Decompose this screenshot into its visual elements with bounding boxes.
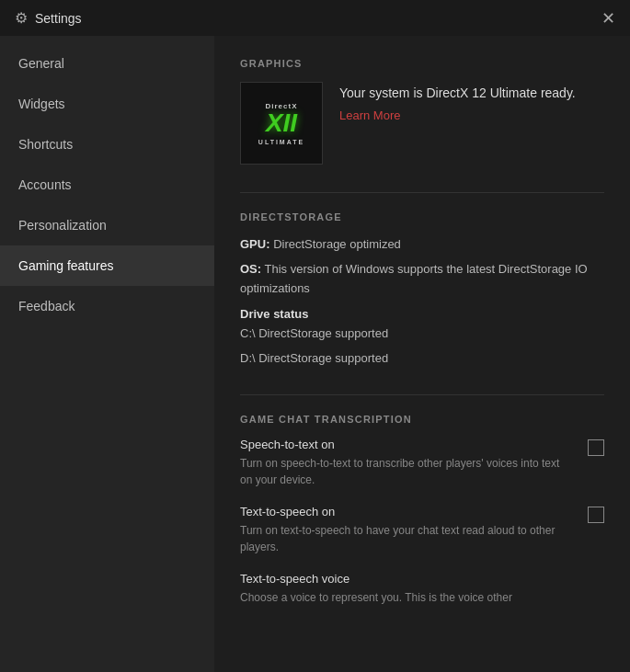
text-to-speech-title: Text-to-speech on (240, 505, 573, 518)
directx-ultimate: ULTIMATE (258, 139, 304, 145)
speech-to-text-info: Speech-to-text on Turn on speech-to-text… (240, 438, 588, 488)
directx-xii: XII (266, 110, 297, 136)
sidebar: General Widgets Shortcuts Accounts Perso… (0, 36, 214, 672)
voice-title: Text-to-speech voice (240, 572, 604, 586)
title-bar-left: ⚙ Settings (15, 9, 82, 27)
game-chat-section: GAME CHAT TRANSCRIPTION Speech-to-text o… (240, 414, 604, 606)
sidebar-item-personalization[interactable]: Personalization (0, 205, 214, 245)
learn-more-link[interactable]: Learn More (339, 108, 400, 122)
text-to-speech-info: Text-to-speech on Turn on text-to-speech… (240, 505, 588, 555)
settings-window: ⚙ Settings ✕ General Widgets Shortcuts A… (0, 0, 630, 672)
os-text: OS: This version of Windows supports the… (240, 260, 604, 299)
sidebar-item-shortcuts[interactable]: Shortcuts (0, 124, 214, 165)
graphics-ready-text: Your system is DirectX 12 Ultimate ready… (339, 84, 576, 103)
main-content: GRAPHICS DirectX XII ULTIMATE Your syste… (214, 36, 630, 672)
directstorage-section-label: DIRECTSTORAGE (240, 211, 604, 222)
gpu-text: GPU: DirectStorage optimized (240, 235, 604, 255)
divider-2 (240, 394, 604, 395)
graphics-section: GRAPHICS DirectX XII ULTIMATE Your syste… (240, 58, 604, 165)
graphics-section-label: GRAPHICS (240, 58, 604, 69)
speech-to-text-desc: Turn on speech-to-text to transcribe oth… (240, 455, 573, 488)
text-to-speech-checkbox[interactable] (588, 507, 604, 523)
text-to-speech-desc: Turn on text-to-speech to have your chat… (240, 522, 573, 555)
sidebar-item-widgets[interactable]: Widgets (0, 84, 214, 124)
sidebar-item-gaming-features[interactable]: Gaming features (0, 245, 214, 286)
speech-to-text-checkbox[interactable] (588, 439, 604, 456)
sidebar-item-feedback[interactable]: Feedback (0, 286, 214, 326)
graphics-block: DirectX XII ULTIMATE Your system is Dire… (240, 82, 604, 165)
window-title: Settings (35, 11, 82, 26)
voice-desc: Choose a voice to represent you. This is… (240, 589, 604, 606)
graphics-info: Your system is DirectX 12 Ultimate ready… (339, 82, 576, 123)
speech-to-text-row: Speech-to-text on Turn on speech-to-text… (240, 438, 604, 488)
directstorage-section: DIRECTSTORAGE GPU: DirectStorage optimiz… (240, 211, 604, 369)
game-chat-section-label: GAME CHAT TRANSCRIPTION (240, 414, 604, 425)
drive-d: D:\ DirectStorage supported (240, 349, 604, 369)
content-area: General Widgets Shortcuts Accounts Perso… (0, 36, 630, 672)
divider-1 (240, 192, 604, 193)
title-bar: ⚙ Settings ✕ (0, 0, 630, 36)
directx-inner: DirectX XII ULTIMATE (258, 102, 304, 145)
directx-logo: DirectX XII ULTIMATE (240, 82, 323, 165)
voice-section: Text-to-speech voice Choose a voice to r… (240, 572, 604, 606)
close-button[interactable]: ✕ (601, 10, 615, 27)
speech-to-text-title: Speech-to-text on (240, 438, 573, 451)
sidebar-item-accounts[interactable]: Accounts (0, 165, 214, 205)
text-to-speech-row: Text-to-speech on Turn on text-to-speech… (240, 505, 604, 555)
drive-status-title: Drive status (240, 307, 604, 321)
drive-c: C:\ DirectStorage supported (240, 325, 604, 344)
sidebar-item-general[interactable]: General (0, 43, 214, 84)
settings-icon: ⚙ (15, 9, 28, 27)
